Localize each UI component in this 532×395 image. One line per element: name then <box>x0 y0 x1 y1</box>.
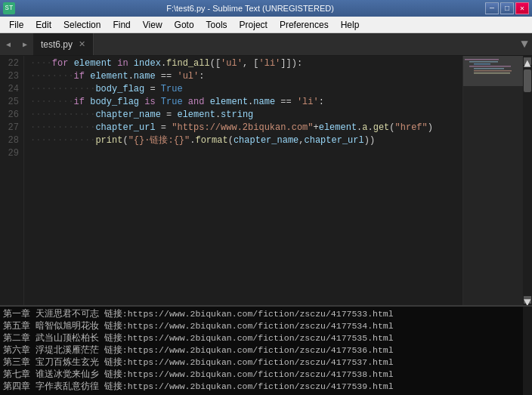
line-num-23: 23 <box>3 70 19 83</box>
output-panel: 第一章 天涯思君不可志 链接:https://www.2biqukan.com/… <box>0 305 532 395</box>
tab-test6py[interactable]: test6.py ✕ <box>33 33 94 55</box>
menu-view[interactable]: View <box>137 18 169 32</box>
code-editor[interactable]: ····for element in index.find_all(['ul',… <box>24 56 462 305</box>
tab-dropdown-button[interactable]: ▼ <box>517 33 532 55</box>
output-scrollbar[interactable] <box>523 307 532 395</box>
svg-rect-8 <box>463 56 523 86</box>
output-line-7: 第四章 字作表乱意彷徨 链接:https://www.2biqukan.com/… <box>3 381 529 393</box>
tab-bar: ◀ ▶ test6.py ✕ ▼ <box>0 33 532 56</box>
code-line-26: ············chapter_name = element.strin… <box>30 109 462 122</box>
scrollbar-down-arrow[interactable]: ▼ <box>524 296 531 304</box>
code-line-24: ············body_flag = True <box>30 83 462 96</box>
line-num-29: 29 <box>3 147 19 160</box>
code-line-23: ········if element.name == 'ul': <box>30 70 462 83</box>
menu-file[interactable]: File <box>3 18 29 32</box>
code-line-25: ········if body_flag is True and element… <box>30 96 462 109</box>
app-icon: ST <box>3 2 15 14</box>
line-num-22: 22 <box>3 57 19 70</box>
window-title: F:\test6.py - Sublime Text (UNREGISTERED… <box>15 4 485 13</box>
tab-next-arrow[interactable]: ▶ <box>17 33 33 55</box>
menu-find[interactable]: Find <box>107 18 136 32</box>
menu-bar: File Edit Selection Find View Goto Tools… <box>0 17 532 33</box>
title-bar: ST F:\test6.py - Sublime Text (UNREGISTE… <box>0 0 532 17</box>
output-line-4: 第六章 浮堤北溪雁茫茫 链接:https://www.2biqukan.com/… <box>3 344 529 356</box>
scrollbar-up-arrow[interactable]: ▲ <box>524 57 531 65</box>
output-line-2: 第五章 暗智似旭明花妆 链接:https://www.2biqukan.com/… <box>3 320 529 332</box>
line-num-25: 25 <box>3 96 19 109</box>
menu-edit[interactable]: Edit <box>29 18 57 32</box>
vertical-scrollbar[interactable]: ▲ ▼ <box>523 56 532 305</box>
output-line-6: 第七章 谁送冰觉来仙乡 链接:https://www.2biqukan.com/… <box>3 369 529 381</box>
code-line-29 <box>30 147 462 160</box>
menu-goto[interactable]: Goto <box>169 18 200 32</box>
menu-help[interactable]: Help <box>335 18 366 32</box>
code-line-27: ············chapter_url = "https://www.2… <box>30 122 462 134</box>
line-num-27: 27 <box>3 122 19 134</box>
minimize-button[interactable]: ─ <box>485 2 499 14</box>
tab-label: test6.py <box>41 39 73 50</box>
menu-preferences[interactable]: Preferences <box>274 18 335 32</box>
line-num-26: 26 <box>3 109 19 122</box>
svg-rect-0 <box>463 56 523 305</box>
tab-close-button[interactable]: ✕ <box>79 39 85 49</box>
minimap-svg <box>463 56 523 305</box>
menu-selection[interactable]: Selection <box>57 18 107 32</box>
window-controls: ─ □ ✕ <box>485 2 529 14</box>
output-line-5: 第三章 宝刀百炼生玄光 链接:https://www.2biqukan.com/… <box>3 356 529 369</box>
code-line-28: ············print("{}·链接:{}".format(chap… <box>30 134 462 147</box>
maximize-button[interactable]: □ <box>500 2 514 14</box>
line-num-24: 24 <box>3 83 19 96</box>
output-line-3: 第二章 武当山顶松柏长 链接:https://www.2biqukan.com/… <box>3 332 529 344</box>
minimap <box>462 56 523 305</box>
menu-tools[interactable]: Tools <box>200 18 234 32</box>
scrollbar-thumb[interactable] <box>524 69 531 92</box>
output-line-1: 第一章 天涯思君不可志 链接:https://www.2biqukan.com/… <box>3 308 529 320</box>
editor-container: 22 23 24 25 26 27 28 29 ····for element … <box>0 56 532 305</box>
menu-project[interactable]: Project <box>234 18 274 32</box>
code-line-22: ····for element in index.find_all(['ul',… <box>30 57 462 70</box>
close-button[interactable]: ✕ <box>515 2 529 14</box>
line-numbers: 22 23 24 25 26 27 28 29 <box>0 56 24 305</box>
tab-prev-arrow[interactable]: ◀ <box>0 33 17 55</box>
line-num-28: 28 <box>3 134 19 147</box>
